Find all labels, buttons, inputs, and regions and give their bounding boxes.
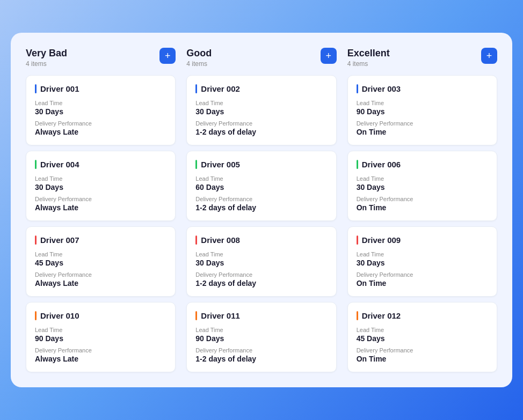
delivery-performance-value: 1-2 days of delay xyxy=(195,128,327,136)
add-card-button[interactable]: + xyxy=(321,48,337,64)
lead-time-label: Lead Time xyxy=(195,100,327,106)
lead-time-value: 30 Days xyxy=(195,107,327,116)
card-title: Driver 005 xyxy=(195,160,327,169)
card-driver-008[interactable]: Driver 008Lead Time30 DaysDelivery Perfo… xyxy=(186,226,336,297)
lead-time-label: Lead Time xyxy=(35,251,166,257)
card-title: Driver 002 xyxy=(195,84,327,93)
card-driver-012[interactable]: Driver 012Lead Time45 DaysDelivery Perfo… xyxy=(347,302,497,372)
delivery-performance-field: Delivery Performance1-2 days of delay xyxy=(195,120,327,136)
delivery-performance-field: Delivery PerformanceAlways Late xyxy=(35,120,166,136)
column-title: Very Bad xyxy=(26,48,67,59)
delivery-performance-field: Delivery PerformanceOn Time xyxy=(357,196,488,212)
lead-time-field: Lead Time30 Days xyxy=(195,100,327,116)
board-container: Very Bad4 items+Driver 001Lead Time30 Da… xyxy=(11,33,512,387)
delivery-performance-value: 1-2 days of delay xyxy=(195,355,327,363)
card-driver-002[interactable]: Driver 002Lead Time30 DaysDelivery Perfo… xyxy=(186,75,336,145)
card-driver-001[interactable]: Driver 001Lead Time30 DaysDelivery Perfo… xyxy=(26,75,176,145)
delivery-performance-label: Delivery Performance xyxy=(195,271,327,278)
add-card-button[interactable]: + xyxy=(159,48,176,64)
delivery-performance-field: Delivery Performance1-2 days of delay xyxy=(195,196,327,212)
delivery-performance-value: Always Late xyxy=(35,203,166,212)
column-count: 4 items xyxy=(186,60,212,68)
card-driver-005[interactable]: Driver 005Lead Time60 DaysDelivery Perfo… xyxy=(186,151,336,221)
delivery-performance-value: Always Late xyxy=(35,355,166,363)
lead-time-field: Lead Time90 Days xyxy=(35,327,166,343)
delivery-performance-label: Delivery Performance xyxy=(35,271,166,278)
card-title: Driver 011 xyxy=(195,311,327,320)
delivery-performance-label: Delivery Performance xyxy=(357,347,488,353)
lead-time-field: Lead Time90 Days xyxy=(357,100,488,116)
delivery-performance-value: Always Late xyxy=(35,128,166,136)
card-driver-011[interactable]: Driver 011Lead Time90 DaysDelivery Perfo… xyxy=(186,302,336,372)
delivery-performance-field: Delivery PerformanceAlways Late xyxy=(35,196,166,212)
card-title: Driver 008 xyxy=(195,235,327,245)
lead-time-field: Lead Time30 Days xyxy=(357,251,488,267)
lead-time-label: Lead Time xyxy=(195,251,327,257)
card-title: Driver 001 xyxy=(35,84,166,93)
card-title: Driver 006 xyxy=(357,160,488,169)
lead-time-label: Lead Time xyxy=(357,251,488,257)
card-title: Driver 003 xyxy=(357,84,488,93)
card-driver-003[interactable]: Driver 003Lead Time90 DaysDelivery Perfo… xyxy=(347,75,497,145)
lead-time-value: 45 Days xyxy=(357,334,488,343)
delivery-performance-value: 1-2 days of delay xyxy=(195,279,327,288)
delivery-performance-field: Delivery Performance1-2 days of delay xyxy=(195,271,327,288)
lead-time-value: 90 Days xyxy=(35,334,166,343)
delivery-performance-label: Delivery Performance xyxy=(195,120,327,127)
card-title: Driver 010 xyxy=(35,311,166,320)
lead-time-value: 30 Days xyxy=(35,107,166,116)
delivery-performance-value: On Time xyxy=(357,355,488,363)
delivery-performance-value: Always Late xyxy=(35,279,166,288)
lead-time-label: Lead Time xyxy=(35,327,166,333)
lead-time-value: 30 Days xyxy=(35,183,166,191)
lead-time-label: Lead Time xyxy=(357,100,488,106)
lead-time-field: Lead Time45 Days xyxy=(357,327,488,343)
column-count: 4 items xyxy=(26,60,67,68)
lead-time-label: Lead Time xyxy=(357,175,488,182)
column-header: Excellent4 items+ xyxy=(347,48,497,68)
card-driver-010[interactable]: Driver 010Lead Time90 DaysDelivery Perfo… xyxy=(26,302,176,372)
lead-time-value: 30 Days xyxy=(195,259,327,267)
card-driver-006[interactable]: Driver 006Lead Time30 DaysDelivery Perfo… xyxy=(347,151,497,221)
column-header: Good4 items+ xyxy=(186,48,336,68)
delivery-performance-field: Delivery PerformanceOn Time xyxy=(357,347,488,363)
lead-time-field: Lead Time30 Days xyxy=(195,251,327,267)
lead-time-label: Lead Time xyxy=(35,100,166,106)
add-card-button[interactable]: + xyxy=(481,48,497,64)
card-driver-007[interactable]: Driver 007Lead Time45 DaysDelivery Perfo… xyxy=(26,226,176,297)
delivery-performance-label: Delivery Performance xyxy=(35,196,166,202)
cards-list: Driver 001Lead Time30 DaysDelivery Perfo… xyxy=(26,75,176,372)
lead-time-label: Lead Time xyxy=(195,175,327,182)
delivery-performance-label: Delivery Performance xyxy=(195,196,327,202)
cards-list: Driver 003Lead Time90 DaysDelivery Perfo… xyxy=(347,75,497,372)
lead-time-value: 90 Days xyxy=(357,107,488,116)
delivery-performance-label: Delivery Performance xyxy=(357,271,488,278)
lead-time-field: Lead Time60 Days xyxy=(195,175,327,191)
lead-time-label: Lead Time xyxy=(357,327,488,333)
delivery-performance-label: Delivery Performance xyxy=(35,120,166,127)
column-count: 4 items xyxy=(347,60,390,68)
lead-time-value: 45 Days xyxy=(35,259,166,267)
column-very-bad: Very Bad4 items+Driver 001Lead Time30 Da… xyxy=(26,48,176,372)
lead-time-value: 60 Days xyxy=(195,183,327,191)
lead-time-field: Lead Time30 Days xyxy=(35,100,166,116)
delivery-performance-field: Delivery PerformanceAlways Late xyxy=(35,271,166,288)
lead-time-value: 30 Days xyxy=(357,183,488,191)
column-header: Very Bad4 items+ xyxy=(26,48,176,68)
delivery-performance-field: Delivery PerformanceAlways Late xyxy=(35,347,166,363)
delivery-performance-value: On Time xyxy=(357,203,488,212)
cards-list: Driver 002Lead Time30 DaysDelivery Perfo… xyxy=(186,75,336,372)
card-driver-009[interactable]: Driver 009Lead Time30 DaysDelivery Perfo… xyxy=(347,226,497,297)
delivery-performance-label: Delivery Performance xyxy=(35,347,166,353)
lead-time-label: Lead Time xyxy=(35,175,166,182)
delivery-performance-value: On Time xyxy=(357,128,488,136)
delivery-performance-label: Delivery Performance xyxy=(357,120,488,127)
delivery-performance-value: 1-2 days of delay xyxy=(195,203,327,212)
card-title: Driver 004 xyxy=(35,160,166,169)
lead-time-value: 30 Days xyxy=(357,259,488,267)
lead-time-field: Lead Time90 Days xyxy=(195,327,327,343)
column-excellent: Excellent4 items+Driver 003Lead Time90 D… xyxy=(347,48,497,372)
card-driver-004[interactable]: Driver 004Lead Time30 DaysDelivery Perfo… xyxy=(26,151,176,221)
kanban-board: Very Bad4 items+Driver 001Lead Time30 Da… xyxy=(26,48,497,372)
delivery-performance-field: Delivery PerformanceOn Time xyxy=(357,271,488,288)
